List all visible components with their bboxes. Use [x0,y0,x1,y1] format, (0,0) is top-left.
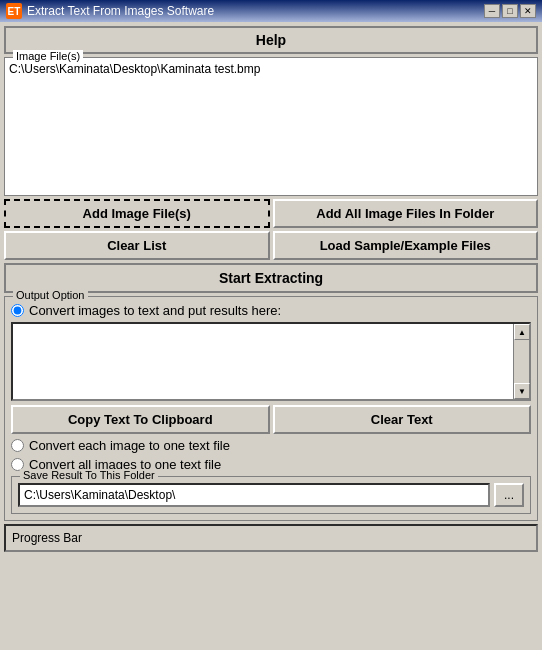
image-files-group: Image File(s) [4,57,538,196]
clear-text-button[interactable]: Clear Text [273,405,532,434]
help-label: Help [256,32,286,48]
copy-text-to-clipboard-button[interactable]: Copy Text To Clipboard [11,405,270,434]
add-image-files-button[interactable]: Add Image File(s) [4,199,270,228]
output-option-group-label: Output Option [13,289,88,301]
progress-bar-container: Progress Bar [4,524,538,552]
save-result-group-label: Save Result To This Folder [20,469,158,481]
radio-row-2: Convert each image to one text file [11,438,531,453]
radio-each-image[interactable] [11,439,24,452]
radio-images-to-text[interactable] [11,304,24,317]
add-all-image-files-button[interactable]: Add All Image Files In Folder [273,199,539,228]
output-option-group: Output Option Convert images to text and… [4,296,538,521]
output-textarea-container: ▲ ▼ [11,322,531,401]
add-buttons-row: Add Image File(s) Add All Image Files In… [4,199,538,228]
scroll-down-arrow[interactable]: ▼ [514,383,530,399]
title-bar: ET Extract Text From Images Software ─ □… [0,0,542,22]
image-files-group-label: Image File(s) [13,50,83,62]
save-result-group: Save Result To This Folder ... [11,476,531,514]
scrollbar-right: ▲ ▼ [513,324,529,399]
clear-load-buttons-row: Clear List Load Sample/Example Files [4,231,538,260]
scroll-up-arrow[interactable]: ▲ [514,324,530,340]
file-list-textarea[interactable] [7,60,535,190]
minimize-button[interactable]: ─ [484,4,500,18]
progress-bar-label: Progress Bar [12,531,82,545]
load-sample-files-button[interactable]: Load Sample/Example Files [273,231,539,260]
browse-button[interactable]: ... [494,483,524,507]
scroll-thumb [514,340,529,383]
window-title: Extract Text From Images Software [27,4,214,18]
copy-clear-buttons-row: Copy Text To Clipboard Clear Text [11,405,531,434]
radio-row-1: Convert images to text and put results h… [11,303,531,318]
window-controls: ─ □ ✕ [484,4,536,18]
radio-1-label: Convert images to text and put results h… [29,303,281,318]
maximize-button[interactable]: □ [502,4,518,18]
main-content: Help Image File(s) Add Image File(s) Add… [0,22,542,650]
radio-2-label: Convert each image to one text file [29,438,230,453]
folder-path-input[interactable] [18,483,490,507]
app-icon: ET [6,3,22,19]
help-bar: Help [4,26,538,54]
output-textarea[interactable] [13,324,513,399]
start-extracting-label: Start Extracting [219,270,323,286]
title-bar-left: ET Extract Text From Images Software [6,3,214,19]
close-button[interactable]: ✕ [520,4,536,18]
clear-list-button[interactable]: Clear List [4,231,270,260]
